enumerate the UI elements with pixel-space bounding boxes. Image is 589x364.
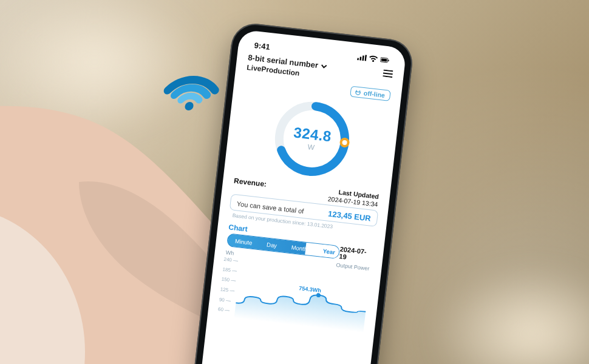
- tab-month[interactable]: Month: [284, 243, 315, 253]
- svg-rect-2: [357, 58, 359, 61]
- status-time: 9:41: [254, 41, 271, 52]
- power-gauge: 324.8 W: [234, 88, 390, 189]
- svg-point-0: [185, 102, 194, 110]
- chart-date: 2024-07-19: [339, 245, 373, 263]
- svg-rect-9: [388, 59, 389, 61]
- revenue-amount: 123,45 EUR: [327, 209, 371, 223]
- chevron-down-icon: [320, 63, 328, 70]
- svg-rect-5: [364, 55, 367, 61]
- y-tick: 150 —: [221, 277, 236, 284]
- tab-year[interactable]: Year: [314, 244, 341, 259]
- svg-line-11: [383, 73, 393, 74]
- svg-point-6: [372, 60, 374, 62]
- plug-icon: [354, 89, 361, 96]
- offline-status-pill[interactable]: off-line: [350, 86, 391, 101]
- y-tick: 60 —: [218, 306, 233, 314]
- y-tick: 240 —: [223, 257, 238, 264]
- svg-line-12: [383, 76, 392, 77]
- wifi-icon: [369, 55, 378, 63]
- cellular-icon: [357, 53, 367, 61]
- svg-line-10: [384, 70, 393, 71]
- battery-icon: [380, 56, 390, 64]
- svg-rect-8: [381, 58, 387, 61]
- revenue-save-text: You can save a total of: [236, 200, 304, 214]
- y-tick: 125 —: [220, 286, 234, 294]
- svg-point-14: [341, 138, 349, 146]
- menu-icon[interactable]: [383, 69, 393, 78]
- chart-y-unit: Wh: [225, 249, 234, 256]
- svg-rect-3: [359, 57, 361, 61]
- tab-minute[interactable]: Minute: [228, 237, 260, 247]
- svg-rect-4: [362, 56, 364, 61]
- y-tick: 185 —: [222, 266, 237, 274]
- wifi-decorative-icon: [158, 39, 231, 112]
- y-tick: 90 —: [219, 297, 233, 304]
- revenue-label: Revenue:: [233, 177, 267, 189]
- tab-day[interactable]: Day: [259, 240, 285, 250]
